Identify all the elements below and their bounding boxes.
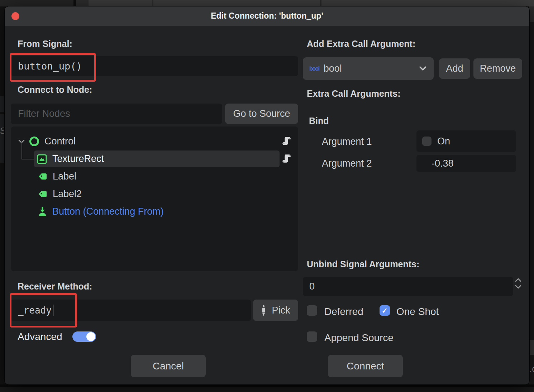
pick-label: Pick <box>272 305 290 316</box>
bg-right-partial-text: .c <box>529 363 534 374</box>
bg-left-block-1 <box>0 96 5 112</box>
cancel-button[interactable]: Cancel <box>131 355 206 377</box>
add-label: Add <box>446 63 463 74</box>
argument-1-value-box: On <box>416 130 516 152</box>
spinner-down-icon[interactable] <box>515 285 521 289</box>
cancel-label: Cancel <box>153 360 184 372</box>
check-icon: ✓ <box>382 306 388 315</box>
extra-call-arguments-label: Extra Call Arguments: <box>307 89 401 99</box>
unbind-signal-arguments-label: Unbind Signal Arguments: <box>307 259 419 269</box>
edit-connection-dialog: Edit Connection: 'button_up' From Signal… <box>5 6 529 384</box>
bg-left-strip: S <box>0 6 5 384</box>
go-to-source-button[interactable]: Go to Source <box>225 104 298 124</box>
script-icon <box>282 154 291 163</box>
chevron-down-icon <box>419 66 427 71</box>
bg-top-seg-b <box>73 0 76 6</box>
tree-row-label2[interactable]: Label2 <box>38 185 82 202</box>
advanced-label: Advanced <box>18 331 62 343</box>
deferred-label: Deferred <box>324 306 363 317</box>
remove-label: Remove <box>480 63 516 74</box>
add-argument-button[interactable]: Add <box>439 58 470 79</box>
bg-top-strip <box>0 0 534 6</box>
bg-top-seg-c <box>76 0 89 6</box>
from-signal-field[interactable]: button_up() <box>11 56 298 76</box>
label-node-icon <box>38 172 48 181</box>
bg-bottom-strip-dark <box>0 384 534 387</box>
pencil-icon <box>261 305 266 316</box>
tree-node-label: Label <box>53 171 76 182</box>
from-signal-value: button_up() <box>18 61 82 72</box>
receiver-method-label: Receiver Method: <box>18 281 92 292</box>
advanced-toggle[interactable] <box>72 331 96 342</box>
spinner-arrows <box>515 278 521 289</box>
label-node-icon <box>38 189 48 199</box>
argument-2-value-box[interactable]: -0.38 <box>416 155 516 172</box>
bg-left-block-2 <box>0 114 5 163</box>
remove-argument-button[interactable]: Remove <box>473 58 522 79</box>
argument-2-name: Argument 2 <box>322 158 372 169</box>
tree-node-label: Label2 <box>53 188 82 200</box>
one-shot-checkbox[interactable]: ✓ <box>380 305 390 316</box>
from-signal-label: From Signal: <box>18 39 72 49</box>
add-extra-call-argument-label: Add Extra Call Argument: <box>307 39 415 49</box>
connect-to-node-label: Connect to Node: <box>18 85 92 95</box>
tree-connector-line <box>22 142 34 159</box>
deferred-checkbox[interactable] <box>307 305 317 316</box>
connect-button[interactable]: Connect <box>328 355 403 377</box>
append-source-checkbox[interactable] <box>307 331 317 342</box>
bg-top-seg-a <box>0 0 73 6</box>
go-to-source-label: Go to Source <box>233 108 290 119</box>
bool-type-icon: bool <box>309 66 319 72</box>
bg-right-block-1 <box>529 6 534 22</box>
dialog-title: Edit Connection: 'button_up' <box>5 11 529 21</box>
script-icon <box>282 136 291 146</box>
unbind-value: 0 <box>309 281 315 292</box>
tree-node-label: Control <box>44 136 76 147</box>
append-source-label: Append Source <box>324 332 394 344</box>
argument-2-value: -0.38 <box>432 158 454 169</box>
unbind-spinner-field[interactable]: 0 <box>303 277 513 296</box>
bg-right-block-2 <box>529 340 534 355</box>
argument-1-value: On <box>437 136 450 147</box>
tree-row-texturerect[interactable]: TextureRect <box>34 150 280 167</box>
argument-1-name: Argument 1 <box>322 136 372 147</box>
bg-bottom-strip <box>0 387 534 392</box>
bg-right-strip: .c <box>529 6 534 384</box>
filter-nodes-input[interactable] <box>11 104 222 124</box>
dialog-titlebar: Edit Connection: 'button_up' <box>5 6 529 26</box>
button-node-icon <box>38 206 47 217</box>
argument-type-dropdown[interactable]: bool bool <box>303 57 434 80</box>
spinner-up-icon[interactable] <box>515 278 521 282</box>
bind-label: Bind <box>309 116 329 126</box>
argument-type-value: bool <box>324 63 342 74</box>
text-cursor <box>53 305 53 316</box>
tree-row-label[interactable]: Label <box>38 168 76 185</box>
pick-button[interactable]: Pick <box>253 300 298 321</box>
receiver-method-value: _ready <box>18 305 52 316</box>
argument-1-checkbox[interactable] <box>422 137 432 146</box>
one-shot-label: One Shot <box>396 306 439 317</box>
tree-row-button[interactable]: Button (Connecting From) <box>38 203 164 220</box>
bg-top-divider-2 <box>320 0 321 6</box>
node-tree-panel: Control TextureRect Label <box>11 126 298 271</box>
connect-label: Connect <box>347 360 384 372</box>
toggle-knob <box>86 332 95 341</box>
tree-node-label: TextureRect <box>52 153 104 164</box>
tree-node-label: Button (Connecting From) <box>52 206 164 217</box>
receiver-method-field[interactable]: _ready <box>11 300 251 321</box>
texturerect-node-icon <box>37 154 47 164</box>
bg-top-divider-1 <box>152 0 153 6</box>
